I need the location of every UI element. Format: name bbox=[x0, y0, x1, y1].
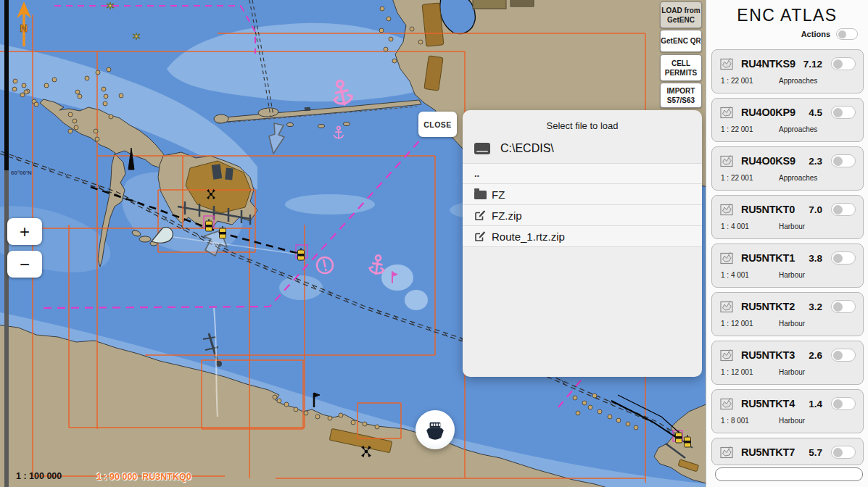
cell-toggle[interactable] bbox=[831, 446, 856, 459]
chart-cell-icon bbox=[719, 57, 734, 71]
chart-cell-icon bbox=[719, 202, 734, 217]
cell-category: Approaches bbox=[779, 174, 817, 182]
dialog-title: Select file to load bbox=[463, 120, 702, 131]
cell-id: RU5NTKT2 bbox=[741, 301, 795, 312]
cell-version: 5.7 bbox=[809, 447, 822, 458]
cell-scale: 1 : 22 001 bbox=[721, 125, 779, 133]
cell-id: RU4O0KS9 bbox=[741, 155, 795, 167]
file-archive-icon bbox=[474, 230, 486, 242]
actions-label: Actions bbox=[801, 30, 830, 38]
cell-id: RU5NTKT3 bbox=[741, 349, 795, 361]
enc-cell-card[interactable]: RU5NTKT4 1.4 1 : 8 001 Harbour bbox=[711, 389, 864, 433]
cell-category: Harbour bbox=[779, 320, 805, 328]
toggle-knob bbox=[833, 302, 843, 312]
cell-scale: 1 : 4 001 bbox=[721, 271, 779, 279]
dialog-row[interactable]: FZ bbox=[463, 184, 702, 205]
cell-scale: 1 : 4 001 bbox=[721, 222, 779, 230]
toggle-knob bbox=[833, 108, 843, 117]
toggle-knob bbox=[833, 59, 843, 69]
latitude-label: 60°00'N bbox=[11, 170, 32, 176]
enc-cell-card[interactable]: RU5NTKT3 2.6 1 : 12 001 Harbour bbox=[711, 341, 864, 385]
dialog-file-list: ..FZFZ.zipRoute_1.rtz.zip bbox=[463, 163, 702, 247]
cell-toggle[interactable] bbox=[831, 106, 856, 119]
cell-category: Harbour bbox=[779, 271, 805, 279]
enc-cell-card[interactable]: RU4NTKS9 7.12 1 : 22 001 Approaches bbox=[711, 49, 864, 93]
chart-neatline-bar bbox=[4, 0, 9, 487]
cell-toggle[interactable] bbox=[831, 57, 856, 70]
cell-id: RU4NTKS9 bbox=[741, 58, 795, 70]
ecdis-app: N 60°00'N 1 : 100 000 1 : 90 000 RU3NTKQ… bbox=[0, 0, 868, 487]
cell-scale: 1 : 22 001 bbox=[721, 174, 779, 182]
actions-row: Actions bbox=[801, 28, 858, 40]
dialog-row[interactable]: FZ.zip bbox=[463, 205, 702, 226]
cell-id: RU4O0KP9 bbox=[741, 107, 795, 118]
getenc-qr-button[interactable]: GetENC QR bbox=[660, 30, 702, 52]
cell-toggle[interactable] bbox=[831, 397, 856, 410]
file-select-dialog: Select file to load C:\ECDIS\ ..FZFZ.zip… bbox=[463, 110, 702, 377]
cell-scale: 1 : 22 001 bbox=[721, 77, 779, 85]
enc-cell-card[interactable]: RU4O0KS9 2.3 1 : 22 001 Approaches bbox=[711, 146, 864, 191]
active-cell-scale-label: 1 : 90 000 RU3NTKQ0 bbox=[96, 472, 191, 482]
toggle-knob bbox=[833, 157, 843, 166]
load-from-getenc-button[interactable]: LOAD from GetENC bbox=[660, 1, 702, 28]
enc-cell-card[interactable]: RU5NTKT1 3.8 1 : 4 001 Harbour bbox=[711, 244, 864, 288]
cell-category: Approaches bbox=[779, 125, 817, 133]
cell-toggle[interactable] bbox=[831, 349, 856, 362]
ship-position-button[interactable] bbox=[416, 410, 455, 449]
zoom-out-button[interactable]: − bbox=[7, 251, 42, 278]
drive-icon bbox=[474, 143, 490, 154]
cell-id: RU5NTKT4 bbox=[741, 398, 795, 409]
atlas-footer-input[interactable] bbox=[715, 467, 863, 481]
dialog-row-label: Route_1.rtz.zip bbox=[492, 230, 565, 243]
enc-cell-list: RU4NTKS9 7.12 1 : 22 001 Approaches RU4O… bbox=[711, 49, 864, 465]
cell-permits-button[interactable]: CELL PERMITS bbox=[660, 54, 702, 81]
dialog-row[interactable]: Route_1.rtz.zip bbox=[463, 226, 702, 247]
dialog-row[interactable]: .. bbox=[463, 163, 702, 184]
dialog-row-label: FZ.zip bbox=[492, 209, 522, 222]
dialog-row-label: FZ bbox=[492, 188, 505, 201]
chart-cell-icon bbox=[719, 154, 734, 168]
import-s57-s63-button[interactable]: IMPORT S57/S63 bbox=[660, 83, 702, 108]
enc-cell-card[interactable]: RU5NTKT7 5.7 bbox=[711, 438, 864, 465]
actions-toggle[interactable] bbox=[836, 28, 858, 40]
chart-cell-icon bbox=[719, 251, 734, 265]
chart-cell-icon bbox=[719, 396, 734, 411]
zoom-in-button[interactable]: + bbox=[7, 218, 42, 245]
cell-id: RU5NTKT0 bbox=[741, 204, 795, 215]
cell-version: 2.6 bbox=[809, 350, 822, 361]
enc-atlas-sidebar: ENC ATLAS Actions RU4NTKS9 7.12 1 : 22 0… bbox=[706, 0, 868, 487]
cell-version: 1.4 bbox=[809, 399, 822, 409]
toggle-knob bbox=[833, 399, 843, 409]
dialog-drive-row[interactable]: C:\ECDIS\ bbox=[463, 138, 702, 159]
dialog-path: C:\ECDIS\ bbox=[500, 142, 554, 155]
cell-version: 4.5 bbox=[809, 107, 822, 118]
chart-cell-icon bbox=[719, 299, 734, 314]
file-archive-icon bbox=[474, 209, 486, 221]
toggle-knob bbox=[833, 254, 843, 263]
enc-cell-card[interactable]: RU5NTKT0 7.0 1 : 4 001 Harbour bbox=[711, 195, 864, 239]
cell-category: Harbour bbox=[779, 417, 805, 425]
cell-id: RU5NTKT1 bbox=[741, 252, 795, 264]
cell-scale: 1 : 12 001 bbox=[721, 368, 779, 376]
enc-cell-card[interactable]: RU5NTKT2 3.2 1 : 12 001 Harbour bbox=[711, 292, 864, 336]
cell-version: 7.0 bbox=[809, 204, 822, 215]
chart-cell-icon bbox=[719, 348, 734, 362]
ship-icon bbox=[421, 415, 450, 444]
cell-toggle[interactable] bbox=[831, 251, 856, 265]
cell-scale: 1 : 8 001 bbox=[721, 417, 779, 425]
cell-version: 3.2 bbox=[809, 301, 822, 312]
folder-icon bbox=[474, 191, 487, 199]
cell-id: RU5NTKT7 bbox=[741, 446, 795, 458]
cell-version: 2.3 bbox=[809, 156, 822, 167]
enc-cell-card[interactable]: RU4O0KP9 4.5 1 : 22 001 Approaches bbox=[711, 98, 864, 142]
toggle-knob bbox=[838, 30, 846, 38]
cell-toggle[interactable] bbox=[831, 203, 856, 216]
cell-toggle[interactable] bbox=[831, 300, 856, 313]
dialog-row-label: .. bbox=[474, 168, 479, 179]
close-dialog-button[interactable]: CLOSE bbox=[418, 112, 457, 137]
sidebar-title: ENC ATLAS bbox=[706, 6, 868, 25]
cell-toggle[interactable] bbox=[831, 154, 856, 167]
cell-version: 7.12 bbox=[803, 59, 822, 70]
svg-text:N: N bbox=[20, 22, 28, 34]
cell-version: 3.8 bbox=[809, 253, 822, 264]
